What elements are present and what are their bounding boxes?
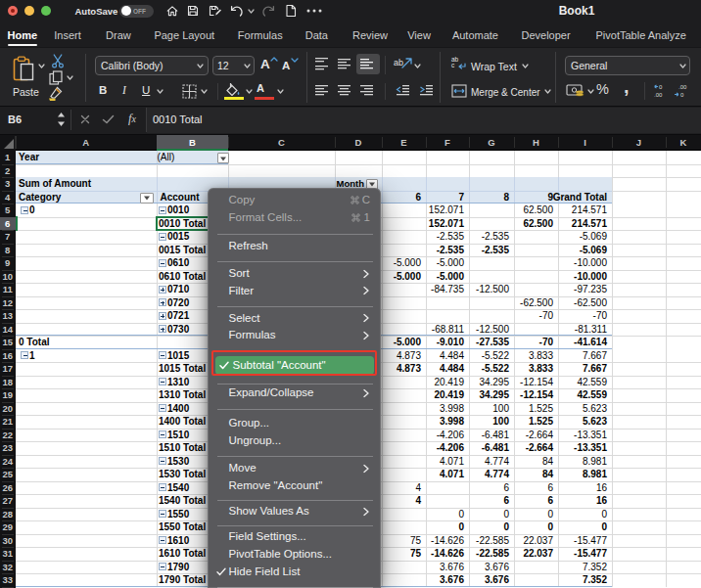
- svg-text:.00: .00: [678, 84, 687, 90]
- svg-text:0: 0: [680, 92, 684, 98]
- svg-text:.00: .00: [654, 92, 663, 98]
- svg-text:0: 0: [659, 84, 663, 90]
